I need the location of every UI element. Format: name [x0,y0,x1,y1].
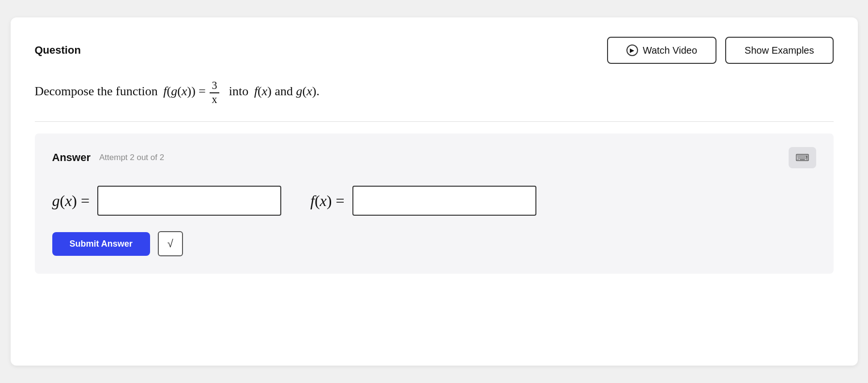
question-body: Decompose the function f(g(x)) = 3 x int… [35,79,834,106]
fx-label: f(x) = [310,192,344,210]
check-symbol: √ [168,237,173,250]
submit-answer-button[interactable]: Submit Answer [52,232,150,256]
header-row: Question ▶ Watch Video Show Examples [35,37,834,64]
show-examples-label: Show Examples [745,45,814,56]
watch-video-button[interactable]: ▶ Watch Video [607,37,716,64]
keyboard-icon: ⌨ [795,152,809,163]
header-buttons: ▶ Watch Video Show Examples [607,37,834,64]
play-icon: ▶ [626,44,638,56]
gx-label: g(x) = [52,192,90,210]
answer-section: Answer Attempt 2 out of 2 ⌨ g(x) = f(x) … [35,133,834,274]
fx-input[interactable] [352,186,536,216]
question-label: Question [35,44,81,57]
answer-header-left: Answer Attempt 2 out of 2 [52,151,165,164]
gx-input[interactable] [97,186,281,216]
inputs-row: g(x) = f(x) = [52,186,816,216]
fraction-denominator: x [210,93,219,106]
answer-label: Answer [52,151,91,164]
fraction: 3 x [210,79,219,106]
actions-row: Submit Answer √ [52,231,816,256]
watch-video-label: Watch Video [643,45,697,56]
attempt-text: Attempt 2 out of 2 [99,153,164,162]
check-button[interactable]: √ [158,231,183,256]
main-card: Question ▶ Watch Video Show Examples Dec… [11,17,858,366]
gx-input-group: g(x) = [52,186,282,216]
keyboard-button[interactable]: ⌨ [789,147,816,168]
answer-header: Answer Attempt 2 out of 2 ⌨ [52,147,816,168]
show-examples-button[interactable]: Show Examples [725,37,833,64]
fx-input-group: f(x) = [310,186,536,216]
fraction-numerator: 3 [210,79,219,93]
divider [35,121,834,122]
